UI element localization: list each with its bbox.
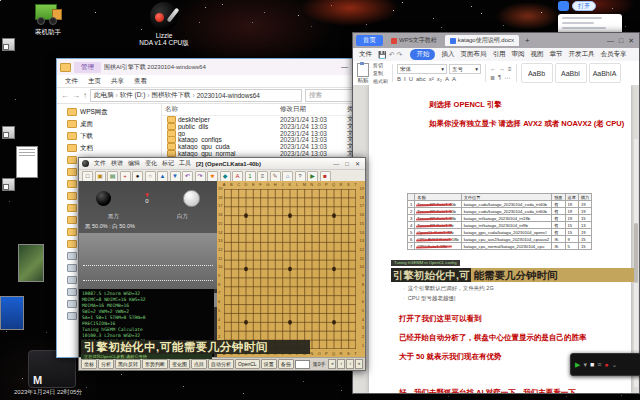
- move-nav-button[interactable]: ›: [346, 359, 354, 369]
- move-nav-button[interactable]: »: [355, 359, 363, 369]
- explorer-manage-tab[interactable]: 管理: [74, 62, 101, 73]
- move-nav-button[interactable]: «: [328, 359, 336, 369]
- maximize-button[interactable]: □: [619, 37, 623, 45]
- quick-access-icons[interactable]: 💾↶↷: [378, 51, 404, 59]
- widget-open-button[interactable]: 打开: [572, 1, 596, 11]
- style-chip[interactable]: AaBbI: [555, 63, 587, 83]
- ribbon-tab-页面布局[interactable]: 页面布局: [460, 50, 486, 59]
- breadcrumb-segment[interactable]: 此电脑: [94, 91, 114, 100]
- status-button[interactable]: 备份: [278, 359, 294, 369]
- explorer-menu-item[interactable]: 文件: [65, 77, 78, 86]
- forward-icon[interactable]: →: [72, 91, 80, 100]
- go-tool-icon[interactable]: ?: [295, 171, 306, 182]
- minimize-button[interactable]: —: [333, 160, 339, 168]
- go-tool-icon[interactable]: ▤: [107, 171, 118, 182]
- explorer-nav-item[interactable]: 文档: [57, 142, 161, 154]
- explorer-titlebar[interactable]: 管理 围棋AI引擎下载 20230104-windows64 — □ ✕: [57, 59, 375, 75]
- go-tool-icon[interactable]: ★: [207, 171, 218, 182]
- play-icon[interactable]: ▶: [575, 360, 580, 370]
- font-size-select[interactable]: 五号▾: [449, 64, 481, 74]
- status-button[interactable]: 自动分析: [208, 359, 234, 369]
- explorer-menu-item[interactable]: 查看: [134, 77, 147, 86]
- go-tool-icon[interactable]: ▣: [95, 171, 106, 182]
- go-tool-icon[interactable]: ▶: [307, 171, 318, 182]
- status-button[interactable]: 分析: [98, 359, 114, 369]
- new-tab-button[interactable]: +: [522, 36, 533, 45]
- go-tool-icon[interactable]: ▲: [157, 171, 168, 182]
- go-board[interactable]: AA1919BB1818CC1717DD1616EE1515FF1414GG13…: [217, 181, 365, 358]
- close-button[interactable]: ✕: [355, 160, 360, 168]
- go-move-input[interactable]: [295, 360, 310, 369]
- explorer-menu-item[interactable]: 共享: [111, 77, 124, 86]
- go-tool-icon[interactable]: ≡: [257, 171, 268, 182]
- format-button[interactable]: x₂: [437, 76, 442, 82]
- format-button[interactable]: x²: [429, 76, 434, 82]
- ribbon-tab-开发工具[interactable]: 开发工具: [568, 50, 594, 59]
- document-thumbnail-icon[interactable]: [16, 146, 38, 178]
- maximize-button[interactable]: □: [345, 160, 349, 168]
- paragraph-button[interactable]: →: [499, 66, 505, 72]
- image-thumbnail-icon[interactable]: [18, 244, 44, 282]
- paste-button[interactable]: 粘贴: [357, 63, 369, 84]
- ribbon-tab-审阅[interactable]: 审阅: [511, 50, 524, 59]
- breadcrumb-segment[interactable]: 围棋软件下载: [151, 91, 190, 100]
- explorer-nav-item[interactable]: WPS网盘: [57, 106, 161, 118]
- collapse-icon[interactable]: ⌄: [611, 360, 617, 370]
- format-button[interactable]: I: [404, 76, 406, 82]
- close-button[interactable]: ✕: [628, 37, 634, 45]
- go-tool-icon[interactable]: A: [232, 171, 243, 182]
- go-menu-item[interactable]: 标记: [162, 159, 174, 168]
- back-icon[interactable]: ←: [61, 91, 69, 100]
- ribbon-tab-引用[interactable]: 引用: [492, 50, 505, 59]
- format-button[interactable]: A: [452, 76, 456, 82]
- move-nav-button[interactable]: ‹: [337, 359, 345, 369]
- ribbon-tab-视图[interactable]: 视图: [530, 50, 543, 59]
- vertical-scrollbar[interactable]: [634, 139, 638, 387]
- tab-doc1[interactable]: WPS文字教程: [386, 35, 442, 46]
- chat-bubble-icon[interactable]: [558, 1, 569, 11]
- up-icon[interactable]: ↑: [83, 91, 87, 100]
- blue-tile-icon[interactable]: [0, 296, 24, 330]
- status-button[interactable]: 设置: [261, 359, 277, 369]
- breadcrumb-segment[interactable]: 软件 (D:): [120, 91, 146, 100]
- ribbon-tab-开始[interactable]: 开始: [410, 49, 435, 60]
- go-tool-icon[interactable]: +: [120, 171, 131, 182]
- go-tool-icon[interactable]: ■: [320, 171, 331, 182]
- paragraph-button[interactable]: ⋯: [504, 74, 510, 81]
- tab-home[interactable]: 首页: [356, 35, 383, 46]
- status-button[interactable]: 形势判断: [142, 359, 168, 369]
- go-tool-icon[interactable]: ⌂: [282, 171, 293, 182]
- desktop-icon-lizzie[interactable]: Lizzie NDA v1.4 CPU版: [138, 2, 190, 46]
- format-button[interactable]: B: [397, 76, 401, 82]
- explorer-nav-item[interactable]: 桌面: [57, 118, 161, 130]
- status-button[interactable]: 坐标: [81, 359, 97, 369]
- go-tool-icon[interactable]: ●: [132, 171, 143, 182]
- format-button[interactable]: U: [409, 76, 413, 82]
- ribbon-tab-插入[interactable]: 插入: [441, 50, 454, 59]
- settings-sliders-icon[interactable]: ≡: [597, 360, 601, 370]
- cut-button[interactable]: 剪切: [373, 62, 388, 68]
- paragraph-button[interactable]: ¶: [498, 74, 501, 81]
- status-button[interactable]: 点目: [191, 359, 207, 369]
- stop-icon[interactable]: ■: [590, 360, 594, 370]
- ribbon-tab-file[interactable]: 文件: [359, 50, 372, 59]
- go-tool-icon[interactable]: ◆: [220, 171, 231, 182]
- minimize-button[interactable]: —: [341, 63, 348, 71]
- go-tool-icon[interactable]: ↶: [182, 171, 193, 182]
- go-tool-icon[interactable]: ▼: [170, 171, 181, 182]
- paragraph-button[interactable]: ≣: [490, 74, 495, 81]
- paragraph-button[interactable]: ←: [490, 66, 496, 72]
- status-button[interactable]: 变化图: [169, 359, 190, 369]
- record-icon[interactable]: ●: [604, 360, 608, 370]
- format-painter-button[interactable]: 格式刷: [373, 78, 388, 84]
- desktop-shortcut-icon[interactable]: [2, 38, 15, 51]
- column-header[interactable]: 修改日期: [277, 105, 344, 114]
- format-button[interactable]: A: [445, 76, 449, 82]
- go-tool-icon[interactable]: ↷: [195, 171, 206, 182]
- go-tool-icon[interactable]: 1: [245, 171, 256, 182]
- go-menu-item[interactable]: 文件: [94, 159, 106, 168]
- go-titlebar[interactable]: 文件棋谱编辑变化标记工具 [2] (OpenCLKata1-40b) — □ ✕: [79, 158, 365, 170]
- go-menu-item[interactable]: 工具: [179, 159, 191, 168]
- status-button[interactable]: OpenCL: [235, 359, 260, 369]
- copy-button[interactable]: 复制: [373, 70, 388, 76]
